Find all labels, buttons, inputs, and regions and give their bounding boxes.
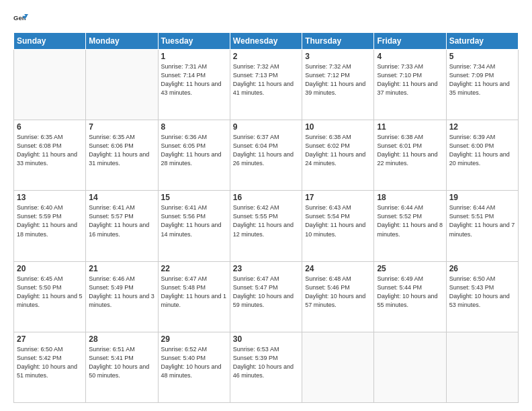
calendar-cell: 3 Sunrise: 7:32 AM Sunset: 7:12 PM Dayli…	[302, 50, 374, 120]
day-number: 27	[17, 334, 83, 344]
day-number: 15	[161, 193, 227, 202]
day-number: 4	[377, 52, 443, 61]
day-info: Sunrise: 6:51 AM Sunset: 5:41 PM Dayligh…	[89, 345, 154, 380]
day-info: Sunrise: 6:47 AM Sunset: 5:48 PM Dayligh…	[161, 275, 227, 310]
day-info: Sunrise: 6:35 AM Sunset: 6:08 PM Dayligh…	[17, 133, 83, 168]
day-info: Sunrise: 6:50 AM Sunset: 5:43 PM Dayligh…	[449, 275, 515, 310]
calendar-cell: 29 Sunrise: 6:52 AM Sunset: 5:40 PM Dayl…	[158, 332, 230, 402]
day-number: 7	[89, 122, 154, 132]
day-info: Sunrise: 6:48 AM Sunset: 5:46 PM Dayligh…	[305, 275, 371, 310]
calendar-cell: 21 Sunrise: 6:46 AM Sunset: 5:49 PM Dayl…	[86, 261, 158, 332]
calendar-cell: 28 Sunrise: 6:51 AM Sunset: 5:41 PM Dayl…	[86, 332, 158, 402]
weekday-header: Thursday	[302, 33, 374, 50]
day-info: Sunrise: 6:41 AM Sunset: 5:56 PM Dayligh…	[161, 203, 227, 238]
calendar-cell: 9 Sunrise: 6:37 AM Sunset: 6:04 PM Dayli…	[230, 120, 302, 191]
calendar-cell: 30 Sunrise: 6:53 AM Sunset: 5:39 PM Dayl…	[230, 332, 302, 402]
logo: Gen	[13, 12, 31, 27]
day-number: 19	[449, 193, 515, 202]
day-info: Sunrise: 6:49 AM Sunset: 5:44 PM Dayligh…	[377, 275, 443, 310]
day-info: Sunrise: 6:43 AM Sunset: 5:54 PM Dayligh…	[305, 203, 371, 238]
calendar-cell: 6 Sunrise: 6:35 AM Sunset: 6:08 PM Dayli…	[14, 120, 86, 191]
header: Gen	[13, 12, 519, 27]
weekday-header: Tuesday	[158, 33, 230, 50]
day-info: Sunrise: 7:32 AM Sunset: 7:13 PM Dayligh…	[233, 62, 299, 97]
calendar-cell: 27 Sunrise: 6:50 AM Sunset: 5:42 PM Dayl…	[14, 332, 86, 402]
calendar-cell: 16 Sunrise: 6:42 AM Sunset: 5:55 PM Dayl…	[230, 191, 302, 261]
calendar-cell: 22 Sunrise: 6:47 AM Sunset: 5:48 PM Dayl…	[158, 261, 230, 332]
day-info: Sunrise: 6:52 AM Sunset: 5:40 PM Dayligh…	[161, 345, 227, 380]
day-number: 29	[161, 334, 227, 344]
day-number: 18	[377, 193, 443, 202]
calendar-cell: 25 Sunrise: 6:49 AM Sunset: 5:44 PM Dayl…	[374, 261, 446, 332]
day-number: 8	[161, 122, 227, 132]
day-number: 1	[161, 52, 227, 61]
day-info: Sunrise: 7:31 AM Sunset: 7:14 PM Dayligh…	[161, 62, 227, 97]
calendar-cell: 8 Sunrise: 6:36 AM Sunset: 6:05 PM Dayli…	[158, 120, 230, 191]
calendar-cell: 20 Sunrise: 6:45 AM Sunset: 5:50 PM Dayl…	[14, 261, 86, 332]
day-number: 16	[233, 193, 299, 202]
calendar-cell: 2 Sunrise: 7:32 AM Sunset: 7:13 PM Dayli…	[230, 50, 302, 120]
day-number: 22	[161, 264, 227, 273]
day-info: Sunrise: 6:38 AM Sunset: 6:02 PM Dayligh…	[305, 133, 371, 168]
calendar-cell	[86, 50, 158, 120]
calendar-table: SundayMondayTuesdayWednesdayThursdayFrid…	[13, 32, 519, 403]
day-info: Sunrise: 6:44 AM Sunset: 5:52 PM Dayligh…	[377, 203, 443, 238]
day-number: 24	[305, 264, 371, 273]
calendar-cell	[14, 50, 86, 120]
calendar-cell: 4 Sunrise: 7:33 AM Sunset: 7:10 PM Dayli…	[374, 50, 446, 120]
calendar-cell: 12 Sunrise: 6:39 AM Sunset: 6:00 PM Dayl…	[446, 120, 518, 191]
day-number: 20	[17, 264, 83, 273]
calendar-cell: 11 Sunrise: 6:38 AM Sunset: 6:01 PM Dayl…	[374, 120, 446, 191]
weekday-header: Saturday	[446, 33, 518, 50]
day-number: 21	[89, 264, 154, 273]
calendar-header: SundayMondayTuesdayWednesdayThursdayFrid…	[14, 33, 519, 50]
day-info: Sunrise: 6:47 AM Sunset: 5:47 PM Dayligh…	[233, 275, 299, 310]
day-number: 30	[233, 334, 299, 344]
calendar-cell	[302, 332, 374, 402]
day-info: Sunrise: 6:36 AM Sunset: 6:05 PM Dayligh…	[161, 133, 227, 168]
day-number: 23	[233, 264, 299, 273]
calendar-body: 1 Sunrise: 7:31 AM Sunset: 7:14 PM Dayli…	[14, 50, 519, 403]
day-info: Sunrise: 6:50 AM Sunset: 5:42 PM Dayligh…	[17, 345, 83, 380]
day-info: Sunrise: 6:53 AM Sunset: 5:39 PM Dayligh…	[233, 345, 299, 380]
day-number: 28	[89, 334, 154, 344]
weekday-header: Friday	[374, 33, 446, 50]
day-number: 2	[233, 52, 299, 61]
calendar-cell: 23 Sunrise: 6:47 AM Sunset: 5:47 PM Dayl…	[230, 261, 302, 332]
calendar-cell: 26 Sunrise: 6:50 AM Sunset: 5:43 PM Dayl…	[446, 261, 518, 332]
calendar-cell: 1 Sunrise: 7:31 AM Sunset: 7:14 PM Dayli…	[158, 50, 230, 120]
day-number: 9	[233, 122, 299, 132]
day-number: 25	[377, 264, 443, 273]
calendar-cell	[446, 332, 518, 402]
day-info: Sunrise: 7:34 AM Sunset: 7:09 PM Dayligh…	[449, 62, 515, 97]
day-info: Sunrise: 6:35 AM Sunset: 6:06 PM Dayligh…	[89, 133, 154, 168]
calendar-cell: 7 Sunrise: 6:35 AM Sunset: 6:06 PM Dayli…	[86, 120, 158, 191]
day-number: 3	[305, 52, 371, 61]
day-info: Sunrise: 6:40 AM Sunset: 5:59 PM Dayligh…	[17, 203, 83, 238]
calendar-cell: 10 Sunrise: 6:38 AM Sunset: 6:02 PM Dayl…	[302, 120, 374, 191]
day-number: 11	[377, 122, 443, 132]
day-info: Sunrise: 6:37 AM Sunset: 6:04 PM Dayligh…	[233, 133, 299, 168]
weekday-header: Wednesday	[230, 33, 302, 50]
calendar-cell: 17 Sunrise: 6:43 AM Sunset: 5:54 PM Dayl…	[302, 191, 374, 261]
day-number: 17	[305, 193, 371, 202]
logo-icon: Gen	[13, 12, 28, 27]
calendar-cell: 14 Sunrise: 6:41 AM Sunset: 5:57 PM Dayl…	[86, 191, 158, 261]
day-info: Sunrise: 6:39 AM Sunset: 6:00 PM Dayligh…	[449, 133, 515, 168]
calendar-cell: 13 Sunrise: 6:40 AM Sunset: 5:59 PM Dayl…	[14, 191, 86, 261]
calendar-cell	[374, 332, 446, 402]
calendar-cell: 19 Sunrise: 6:44 AM Sunset: 5:51 PM Dayl…	[446, 191, 518, 261]
day-number: 10	[305, 122, 371, 132]
day-number: 12	[449, 122, 515, 132]
day-info: Sunrise: 6:41 AM Sunset: 5:57 PM Dayligh…	[89, 203, 154, 238]
day-number: 26	[449, 264, 515, 273]
day-number: 13	[17, 193, 83, 202]
day-info: Sunrise: 7:33 AM Sunset: 7:10 PM Dayligh…	[377, 62, 443, 97]
weekday-header: Monday	[86, 33, 158, 50]
day-number: 6	[17, 122, 83, 132]
day-info: Sunrise: 6:44 AM Sunset: 5:51 PM Dayligh…	[449, 203, 515, 238]
calendar-cell: 5 Sunrise: 7:34 AM Sunset: 7:09 PM Dayli…	[446, 50, 518, 120]
day-info: Sunrise: 6:45 AM Sunset: 5:50 PM Dayligh…	[17, 275, 83, 310]
day-info: Sunrise: 6:38 AM Sunset: 6:01 PM Dayligh…	[377, 133, 443, 168]
day-number: 14	[89, 193, 154, 202]
